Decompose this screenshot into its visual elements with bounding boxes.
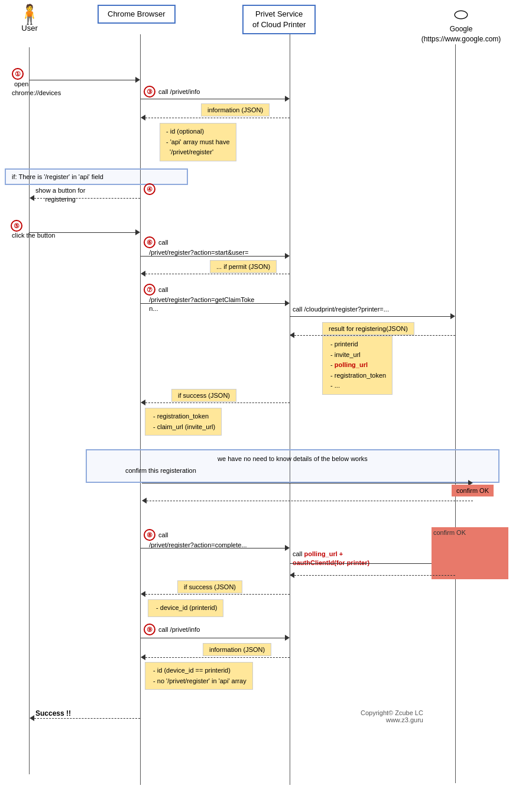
arrow-step9 — [141, 635, 290, 641]
confirm-ok-1: confirm OK — [452, 485, 494, 496]
no-need-label: we have no need to know details of the b… — [96, 455, 489, 462]
lifeline-user — [29, 47, 30, 774]
confirm-ok-2: confirm OK — [433, 529, 466, 536]
user-label: User — [9, 24, 50, 33]
actor-privet: Privet Serviceof Cloud Printer — [242, 5, 316, 34]
lifeline-privet — [290, 34, 290, 785]
arrow-step7 — [141, 300, 290, 306]
step1-circle: ① — [12, 68, 24, 80]
arrow-success-final — [30, 715, 140, 721]
arrow-permit — [141, 271, 290, 277]
arrow-step5 — [30, 229, 140, 235]
polling-url-highlight: polling_url — [335, 361, 368, 368]
arrow-confirm-ok — [142, 498, 473, 504]
step8-circle: ⑧ — [144, 529, 155, 541]
confirm-label: confirm this registeration — [125, 467, 489, 474]
lifeline-chrome — [140, 34, 141, 785]
arrow-success2 — [141, 591, 290, 597]
user-icon: 🧍 — [9, 5, 50, 24]
step4-circle: ④ — [144, 183, 155, 195]
note-reg-token: - registration_token - claim_url (invite… — [145, 408, 222, 436]
google-label: Google(https://www.google.com) — [414, 24, 508, 44]
lifeline-google — [455, 44, 456, 783]
step9-label: ⑨ call /privet/info — [144, 624, 200, 635]
arrow-info-json — [141, 115, 290, 121]
arrow-polling — [290, 560, 455, 566]
arrow-info2 — [141, 654, 290, 660]
copyright: Copyright© Zcube LCwww.z3.guru — [361, 709, 423, 723]
step4-circle-container: ④ — [144, 183, 157, 195]
cloudprint-call-label: call /cloudprint/register?printer=... — [293, 306, 389, 313]
note-device-id: - device_id (printerid) — [148, 599, 223, 617]
arrow-confirm-ok2 — [290, 572, 455, 578]
note-final: - id (device_id == printerid) - no '/pri… — [145, 662, 253, 690]
arrow-step8 — [141, 545, 290, 551]
step6-circle: ⑥ — [144, 236, 155, 248]
actor-chrome: Chrome Browser — [98, 5, 176, 24]
note-id-optional: - id (optional) - 'api' array must have … — [160, 123, 236, 161]
arrow-success1 — [141, 400, 290, 405]
sequence-diagram: 🧍 User Chrome Browser Privet Serviceof C… — [0, 0, 532, 792]
step9-circle: ⑨ — [144, 624, 155, 635]
polling-url-label: polling_url + — [304, 550, 343, 557]
step7-circle: ⑦ — [144, 284, 155, 296]
actor-user: 🧍 User — [9, 5, 50, 33]
actor-google: ⬭ Google(https://www.google.com) — [414, 5, 508, 44]
arrow-cloudprint-result — [290, 332, 455, 338]
arrow-cloudprint — [290, 313, 455, 319]
chrome-box: Chrome Browser — [98, 5, 176, 24]
step1-label: ① openchrome://devices — [12, 68, 61, 98]
arrow-step4 — [30, 195, 140, 201]
arrow-step3 — [141, 96, 290, 102]
condition-if-register: if: There is '/register' in 'api' field — [5, 168, 188, 185]
condition-no-need: we have no need to know details of the b… — [86, 449, 499, 483]
privet-box: Privet Serviceof Cloud Printer — [242, 5, 316, 34]
arrow-step6 — [141, 253, 290, 259]
arrow-step1 — [30, 77, 140, 83]
note-cloudprint-details: - printerid - invite_url - polling_url -… — [322, 336, 392, 395]
step7-label: ⑦ call /privet/register?action=getClaimT… — [144, 284, 254, 314]
arrow-confirm — [142, 480, 473, 486]
step5-circle: ⑤ — [11, 220, 22, 232]
